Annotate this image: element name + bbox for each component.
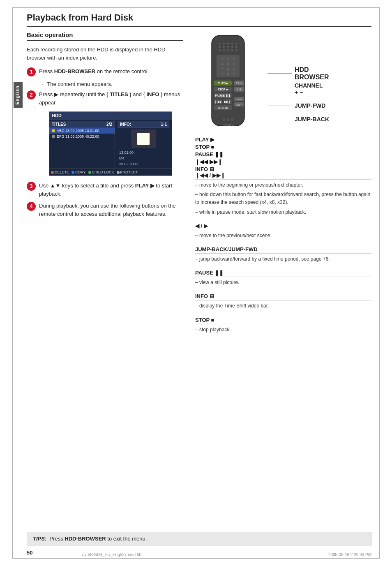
label-jump-fwd: JUMP-FWD — [295, 99, 325, 112]
svg-text:JMP+: JMP+ — [236, 98, 242, 101]
hdd-row-1: ABC 28.02.2005 13:01:00 — [49, 128, 115, 134]
hdd-columns: TITLES 2/2 ABC 28.02.2005 13:01:00 EFG 3… — [49, 119, 172, 169]
hdd-info-m4: M4 — [118, 155, 169, 161]
section-pause-body: view a still picture. — [195, 279, 371, 286]
hdd-col-left: TITLES 2/2 ABC 28.02.2005 13:01:00 EFG 3… — [49, 120, 115, 169]
svg-text:2: 2 — [227, 58, 229, 60]
label-play: PLAY ▶ — [195, 136, 214, 143]
step-3-number: 3 — [27, 182, 36, 191]
hdd-btn-childlock-label: CHILD LOCK — [92, 170, 114, 174]
hdd-btn-copy: COPY — [71, 170, 86, 174]
hdd-btn-dot-delete — [51, 171, 54, 174]
svg-point-9 — [231, 46, 233, 48]
remote-svg: 123 456 789 *0# CH+ CH- — [195, 33, 261, 132]
svg-text:#: # — [233, 72, 235, 75]
footer-date: 2005-09-16 2:26:33 PM — [328, 552, 371, 557]
svg-text:CH+: CH+ — [236, 81, 243, 85]
tips-box: TIPS: Press HDD-BROWSER to exit the menu… — [27, 532, 371, 545]
svg-point-7 — [223, 46, 225, 48]
tips-label: TIPS: — [33, 536, 46, 542]
svg-text:5: 5 — [227, 62, 229, 65]
left-remote-labels: PLAY ▶ STOP ■ PAUSE ❚❚ ❙◀◀ ▶▶❙ INFO ⊞ — [195, 136, 371, 172]
step-4: 4 During playback, you can use the follo… — [27, 202, 183, 218]
svg-text:0: 0 — [227, 72, 229, 75]
step-1-keyword: HDD-BROWSER — [54, 68, 95, 74]
section-stop-body: stop playback. — [195, 326, 371, 334]
hdd-info-date: 28.02.2005 — [118, 161, 169, 167]
hdd-col-right: INFO: 1-1 13:01:00 M4 28.02.2005 — [115, 120, 172, 169]
hdd-btn-dot-copy — [71, 171, 74, 174]
hdd-btn-delete-label: DELETE — [55, 170, 69, 174]
svg-text:1: 1 — [221, 58, 223, 60]
svg-point-50 — [227, 118, 229, 121]
remote-label-panel: HDDBROWSER CHANNEL+ − JUMP-FWD JUMP — [267, 33, 329, 125]
hdd-btn-copy-label: COPY — [75, 170, 86, 174]
sidebar-language-label: English — [14, 82, 23, 108]
hdd-header: HDD — [49, 112, 172, 119]
hdd-btn-childlock: CHILD LOCK — [88, 170, 114, 174]
main-content: Playback from Hard Disk Basic operation … — [27, 12, 371, 340]
svg-point-5 — [235, 43, 237, 44]
section-stop-title: STOP ■ — [195, 317, 371, 324]
svg-text:❙◀◀: ❙◀◀ — [214, 100, 221, 104]
section-scene-body: move to the previous/next scene. — [195, 232, 371, 240]
step-1-arrow: → The content menu appears. — [38, 81, 183, 87]
page-border-left — [12, 7, 13, 559]
step-3: 3 Use ▲▼ keys to select a title and pres… — [27, 182, 183, 198]
scene-item-1: move to the previous/next scene. — [195, 232, 371, 240]
svg-text:*: * — [222, 72, 223, 75]
section-jump-body: jump backward/forward by a fixed time pe… — [195, 255, 371, 263]
jump-item-1: jump backward/forward by a fixed time pe… — [195, 255, 371, 263]
svg-text:6: 6 — [233, 62, 235, 65]
page-border-right — [379, 7, 380, 559]
svg-point-14 — [231, 49, 233, 51]
section-scene-title: ◀ / ▶ — [195, 223, 371, 230]
hdd-thumb-inner — [137, 133, 150, 145]
label-channel: CHANNEL+ − — [295, 82, 323, 96]
svg-text:▶▶❙: ▶▶❙ — [224, 100, 231, 104]
svg-text:PHILIPS: PHILIPS — [222, 123, 235, 127]
svg-point-2 — [223, 43, 225, 44]
hdd-btn-protect: PROTECT — [117, 170, 138, 174]
hdd-btn-dot-childlock — [88, 171, 91, 174]
step-2-number: 2 — [27, 90, 36, 99]
svg-text:INFO ⊞: INFO ⊞ — [218, 106, 228, 109]
prevnext-item-2: hold down this button for fast backward/… — [195, 191, 371, 206]
remote-svg-container: 123 456 789 *0# CH+ CH- — [195, 33, 261, 133]
svg-point-51 — [231, 118, 233, 121]
section-stop: STOP ■ stop playback. — [195, 317, 371, 334]
hdd-info-label: INFO: — [120, 122, 131, 127]
step-2-info: INFO — [146, 91, 159, 97]
remote-wrapper: 123 456 789 *0# CH+ CH- — [195, 33, 371, 172]
section-jump: JUMP-BACK/JUMP-FWD jump backward/forward… — [195, 246, 371, 263]
label-stop: STOP ■ — [195, 144, 214, 150]
page-number: 50 — [27, 550, 32, 556]
section-pause-title: PAUSE ❚❚ — [195, 270, 371, 277]
stop-item-1: stop playback. — [195, 326, 371, 334]
svg-point-3 — [227, 43, 229, 44]
svg-point-15 — [235, 49, 237, 51]
step-3-content: Use ▲▼ keys to select a title and press … — [39, 182, 183, 198]
page-border-top — [12, 7, 380, 8]
hdd-titles-label: TITLES — [52, 122, 66, 127]
svg-point-1 — [219, 43, 221, 44]
hdd-dot-2 — [52, 135, 55, 138]
svg-point-49 — [223, 118, 225, 121]
label-prevnext: ❙◀◀ ▶▶❙ — [195, 159, 222, 165]
hdd-info-count: 1-1 — [161, 122, 167, 127]
label-pause: PAUSE ❚❚ — [195, 151, 224, 157]
page-title: Playback from Hard Disk — [27, 12, 371, 27]
hdd-screenshot: HDD TITLES 2/2 ABC 28.02.2005 13:01:00 — [49, 111, 172, 176]
footer-file: dvdr5350H_EU_Eng537.indd 50 — [82, 552, 141, 557]
hdd-titles-count: 2/2 — [106, 122, 112, 127]
section-pause: PAUSE ❚❚ view a still picture. — [195, 270, 371, 286]
step-2-content: Press ▶ repeatedly until the { TITLES } … — [39, 90, 183, 106]
arrow-symbol: → — [38, 81, 44, 87]
svg-text:8: 8 — [227, 67, 229, 70]
svg-text:STOP ■: STOP ■ — [218, 88, 228, 91]
button-descriptions: ❙◀◀ / ▶▶❙ move to the beginning or previ… — [195, 172, 371, 334]
svg-text:PAUSE ❚❚: PAUSE ❚❚ — [215, 94, 231, 97]
hdd-col-header-left: TITLES 2/2 — [49, 121, 115, 128]
hdd-btn-delete: DELETE — [51, 170, 69, 174]
step-4-number: 4 — [27, 202, 36, 211]
